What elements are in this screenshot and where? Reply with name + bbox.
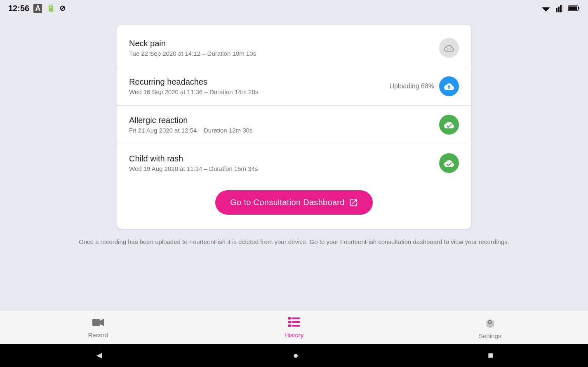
record-info: Neck pain Tue 22 Sep 2020 at 14:12 – Dur… [129,39,256,57]
history-nav-label: History [285,331,304,339]
info-text: Once a recording has been uploaded to Fo… [54,229,534,255]
cloud-done-icon [439,153,459,173]
record-info: Recurring headaches Wed 16 Sep 2020 at 1… [129,77,258,95]
bottom-nav: Record History Settings [0,311,588,344]
record-title: Child with rash [129,154,258,163]
record-status [439,38,459,58]
svg-rect-19 [288,324,291,327]
main-content: Neck pain Tue 22 Sep 2020 at 14:12 – Dur… [0,17,588,311]
svg-rect-13 [92,319,100,326]
video-icon [92,317,104,330]
record-title: Allergic reaction [129,116,252,125]
record-info: Allergic reaction Fri 21 Aug 2020 at 12:… [129,116,252,134]
external-link-icon [349,198,358,207]
svg-point-10 [449,49,449,50]
nav-item-record[interactable]: Record [0,311,196,344]
list-icon [288,317,300,330]
nav-item-history[interactable]: History [196,311,392,344]
status-bar-left: 12:56 A 🔋 ⊘ [8,4,66,13]
status-bar-right [540,4,580,12]
android-back-button[interactable]: ◄ [95,350,104,361]
record-subtitle: Wed 19 Aug 2020 at 11:14 – Duration 15m … [129,165,258,172]
dashboard-btn-container: Go to Consultation Dashboard [117,182,471,225]
record-item-1: Neck pain Tue 22 Sep 2020 at 14:12 – Dur… [117,29,471,67]
wifi-icon [540,4,552,12]
time-display: 12:56 [8,4,29,13]
svg-marker-14 [100,319,104,326]
cloud-uploading-icon [439,76,459,96]
status-bar: 12:56 A 🔋 ⊘ [0,0,588,17]
record-subtitle: Tue 22 Sep 2020 at 14:12 – Duration 10m … [129,50,256,57]
record-item-4: Child with rash Wed 19 Aug 2020 at 11:14… [117,144,471,182]
svg-rect-15 [288,317,291,320]
android-nav-bar: ◄ ● ■ [0,344,588,367]
svg-rect-3 [558,7,560,12]
go-to-dashboard-button[interactable]: Go to Consultation Dashboard [215,190,372,215]
svg-rect-2 [556,8,557,12]
record-status [439,153,459,173]
cloud-done-icon [439,115,459,135]
nav-item-settings[interactable]: Settings [392,311,588,344]
svg-rect-17 [288,321,291,323]
svg-rect-20 [292,325,300,327]
svg-rect-16 [292,317,300,319]
svg-rect-5 [562,4,564,12]
record-status: Uploading 68% [389,76,459,96]
no-disturb-icon: ⊘ [59,4,66,13]
record-item-3: Allergic reaction Fri 21 Aug 2020 at 12:… [117,106,471,144]
battery-small-icon: 🔋 [46,4,55,13]
upload-text: Uploading 68% [389,83,434,90]
app-icon-a: A [33,4,42,13]
svg-point-11 [450,49,451,50]
svg-rect-7 [578,7,579,9]
svg-rect-18 [292,321,300,323]
record-subtitle: Wed 16 Sep 2020 at 11:36 – Duration 14m … [129,88,258,95]
records-card: Neck pain Tue 22 Sep 2020 at 14:12 – Dur… [117,25,471,229]
settings-nav-label: Settings [479,332,501,339]
cloud-pending-icon [439,38,459,58]
record-info: Child with rash Wed 19 Aug 2020 at 11:14… [129,154,258,172]
battery-icon [568,5,580,12]
android-recent-button[interactable]: ■ [488,350,493,361]
record-title: Neck pain [129,39,256,48]
signal-icon [556,4,564,12]
svg-rect-8 [569,7,577,10]
record-title: Recurring headaches [129,77,258,87]
record-item-2: Recurring headaches Wed 16 Sep 2020 at 1… [117,67,471,106]
dashboard-btn-label: Go to Consultation Dashboard [230,198,344,207]
svg-rect-4 [560,5,562,12]
gear-icon [484,316,496,331]
record-status [439,115,459,135]
record-nav-label: Record [88,331,108,339]
record-subtitle: Fri 21 Aug 2020 at 12:54 – Duration 12m … [129,127,252,134]
records-list: Neck pain Tue 22 Sep 2020 at 14:12 – Dur… [117,29,471,182]
svg-point-9 [447,49,448,50]
android-home-button[interactable]: ● [293,350,299,361]
